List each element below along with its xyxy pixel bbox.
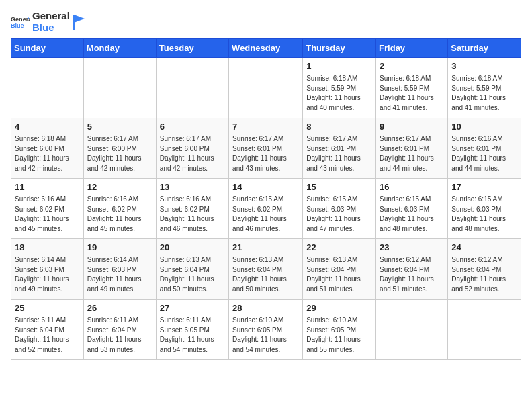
day-info: Sunrise: 6:14 AM Sunset: 6:03 PM Dayligh… xyxy=(15,255,80,294)
calendar-cell: 19Sunrise: 6:14 AM Sunset: 6:03 PM Dayli… xyxy=(83,239,156,300)
calendar-cell: 4Sunrise: 6:18 AM Sunset: 6:00 PM Daylig… xyxy=(11,118,84,179)
calendar-cell: 25Sunrise: 6:11 AM Sunset: 6:04 PM Dayli… xyxy=(11,300,84,360)
svg-rect-4 xyxy=(73,15,75,30)
day-info: Sunrise: 6:12 AM Sunset: 6:04 PM Dayligh… xyxy=(380,255,444,294)
day-number: 16 xyxy=(380,181,444,193)
day-info: Sunrise: 6:17 AM Sunset: 6:00 PM Dayligh… xyxy=(160,134,225,173)
day-info: Sunrise: 6:18 AM Sunset: 5:59 PM Dayligh… xyxy=(306,74,372,113)
day-number: 9 xyxy=(380,121,444,133)
svg-marker-3 xyxy=(74,15,85,23)
generalblue-logo-icon: General Blue xyxy=(11,13,30,32)
calendar-cell: 27Sunrise: 6:11 AM Sunset: 6:05 PM Dayli… xyxy=(156,300,228,360)
day-number: 11 xyxy=(15,181,80,193)
day-number: 19 xyxy=(87,242,152,254)
calendar-cell: 8Sunrise: 6:17 AM Sunset: 6:01 PM Daylig… xyxy=(303,118,376,179)
calendar-cell: 10Sunrise: 6:16 AM Sunset: 6:01 PM Dayli… xyxy=(448,118,521,179)
logo: General Blue General Blue xyxy=(11,11,85,33)
day-number: 15 xyxy=(306,181,372,193)
day-number: 2 xyxy=(380,60,444,73)
day-info: Sunrise: 6:15 AM Sunset: 6:03 PM Dayligh… xyxy=(306,195,372,234)
day-info: Sunrise: 6:15 AM Sunset: 6:03 PM Dayligh… xyxy=(451,195,517,234)
svg-text:Blue: Blue xyxy=(11,22,24,29)
calendar-cell: 2Sunrise: 6:18 AM Sunset: 5:59 PM Daylig… xyxy=(376,58,448,118)
day-number: 28 xyxy=(232,302,299,314)
calendar-cell xyxy=(229,58,303,118)
day-number: 21 xyxy=(232,242,299,254)
logo-blue-text: Blue xyxy=(32,22,70,34)
calendar-cell xyxy=(156,58,228,118)
day-info: Sunrise: 6:16 AM Sunset: 6:01 PM Dayligh… xyxy=(451,134,517,173)
calendar-cell: 1Sunrise: 6:18 AM Sunset: 5:59 PM Daylig… xyxy=(303,58,376,118)
calendar-cell: 26Sunrise: 6:11 AM Sunset: 6:04 PM Dayli… xyxy=(83,300,156,360)
calendar-cell: 24Sunrise: 6:12 AM Sunset: 6:04 PM Dayli… xyxy=(448,239,521,300)
day-info: Sunrise: 6:13 AM Sunset: 6:04 PM Dayligh… xyxy=(232,255,299,294)
calendar-cell: 11Sunrise: 6:16 AM Sunset: 6:02 PM Dayli… xyxy=(11,179,84,239)
calendar-cell: 17Sunrise: 6:15 AM Sunset: 6:03 PM Dayli… xyxy=(448,179,521,239)
header: General Blue General Blue xyxy=(11,11,521,33)
day-number: 5 xyxy=(87,121,152,133)
weekday-header-saturday: Saturday xyxy=(448,39,521,58)
calendar-cell: 13Sunrise: 6:16 AM Sunset: 6:02 PM Dayli… xyxy=(156,179,228,239)
weekday-header-friday: Friday xyxy=(376,39,448,58)
calendar-cell: 6Sunrise: 6:17 AM Sunset: 6:00 PM Daylig… xyxy=(156,118,228,179)
day-number: 1 xyxy=(306,60,372,73)
day-number: 6 xyxy=(160,121,225,133)
day-number: 20 xyxy=(160,242,225,254)
calendar-cell: 5Sunrise: 6:17 AM Sunset: 6:00 PM Daylig… xyxy=(83,118,156,179)
day-info: Sunrise: 6:14 AM Sunset: 6:03 PM Dayligh… xyxy=(87,255,152,294)
day-number: 12 xyxy=(87,181,152,193)
day-info: Sunrise: 6:13 AM Sunset: 6:04 PM Dayligh… xyxy=(306,255,372,294)
calendar-cell: 7Sunrise: 6:17 AM Sunset: 6:01 PM Daylig… xyxy=(229,118,303,179)
day-info: Sunrise: 6:10 AM Sunset: 6:05 PM Dayligh… xyxy=(232,316,299,355)
day-number: 14 xyxy=(232,181,299,193)
calendar-cell: 18Sunrise: 6:14 AM Sunset: 6:03 PM Dayli… xyxy=(11,239,84,300)
day-number: 24 xyxy=(451,242,517,254)
logo-flag-icon xyxy=(73,15,85,30)
day-number: 23 xyxy=(380,242,444,254)
day-number: 3 xyxy=(451,60,517,73)
day-info: Sunrise: 6:15 AM Sunset: 6:02 PM Dayligh… xyxy=(232,195,299,234)
day-info: Sunrise: 6:10 AM Sunset: 6:05 PM Dayligh… xyxy=(306,316,372,355)
day-number: 18 xyxy=(15,242,80,254)
calendar-cell xyxy=(83,58,156,118)
calendar-table: SundayMondayTuesdayWednesdayThursdayFrid… xyxy=(11,38,521,360)
calendar-cell: 20Sunrise: 6:13 AM Sunset: 6:04 PM Dayli… xyxy=(156,239,228,300)
day-number: 29 xyxy=(306,302,372,314)
day-info: Sunrise: 6:18 AM Sunset: 5:59 PM Dayligh… xyxy=(451,74,517,113)
day-info: Sunrise: 6:16 AM Sunset: 6:02 PM Dayligh… xyxy=(15,195,80,234)
calendar-cell: 16Sunrise: 6:15 AM Sunset: 6:03 PM Dayli… xyxy=(376,179,448,239)
calendar-cell: 28Sunrise: 6:10 AM Sunset: 6:05 PM Dayli… xyxy=(229,300,303,360)
day-info: Sunrise: 6:11 AM Sunset: 6:04 PM Dayligh… xyxy=(87,316,152,355)
calendar-cell: 22Sunrise: 6:13 AM Sunset: 6:04 PM Dayli… xyxy=(303,239,376,300)
day-info: Sunrise: 6:15 AM Sunset: 6:03 PM Dayligh… xyxy=(380,195,444,234)
calendar-cell: 15Sunrise: 6:15 AM Sunset: 6:03 PM Dayli… xyxy=(303,179,376,239)
calendar-cell: 29Sunrise: 6:10 AM Sunset: 6:05 PM Dayli… xyxy=(303,300,376,360)
day-info: Sunrise: 6:13 AM Sunset: 6:04 PM Dayligh… xyxy=(160,255,225,294)
day-info: Sunrise: 6:17 AM Sunset: 6:00 PM Dayligh… xyxy=(87,134,152,173)
day-info: Sunrise: 6:17 AM Sunset: 6:01 PM Dayligh… xyxy=(306,134,372,173)
day-number: 7 xyxy=(232,121,299,133)
day-info: Sunrise: 6:12 AM Sunset: 6:04 PM Dayligh… xyxy=(451,255,517,294)
day-info: Sunrise: 6:16 AM Sunset: 6:02 PM Dayligh… xyxy=(87,195,152,234)
calendar-cell xyxy=(376,300,448,360)
calendar-cell xyxy=(448,300,521,360)
logo-general-text: General xyxy=(32,11,70,22)
day-info: Sunrise: 6:16 AM Sunset: 6:02 PM Dayligh… xyxy=(160,195,225,234)
day-number: 10 xyxy=(451,121,517,133)
day-info: Sunrise: 6:18 AM Sunset: 5:59 PM Dayligh… xyxy=(380,74,444,113)
day-info: Sunrise: 6:18 AM Sunset: 6:00 PM Dayligh… xyxy=(15,134,80,173)
day-number: 27 xyxy=(160,302,225,314)
weekday-header-monday: Monday xyxy=(83,39,156,58)
day-number: 22 xyxy=(306,242,372,254)
day-info: Sunrise: 6:17 AM Sunset: 6:01 PM Dayligh… xyxy=(380,134,444,173)
weekday-header-tuesday: Tuesday xyxy=(156,39,228,58)
day-number: 17 xyxy=(451,181,517,193)
calendar-cell: 9Sunrise: 6:17 AM Sunset: 6:01 PM Daylig… xyxy=(376,118,448,179)
calendar-cell xyxy=(11,58,84,118)
day-number: 4 xyxy=(15,121,80,133)
weekday-header-thursday: Thursday xyxy=(303,39,376,58)
calendar-cell: 12Sunrise: 6:16 AM Sunset: 6:02 PM Dayli… xyxy=(83,179,156,239)
weekday-header-sunday: Sunday xyxy=(11,39,84,58)
day-number: 25 xyxy=(15,302,80,314)
day-info: Sunrise: 6:11 AM Sunset: 6:05 PM Dayligh… xyxy=(160,316,225,355)
